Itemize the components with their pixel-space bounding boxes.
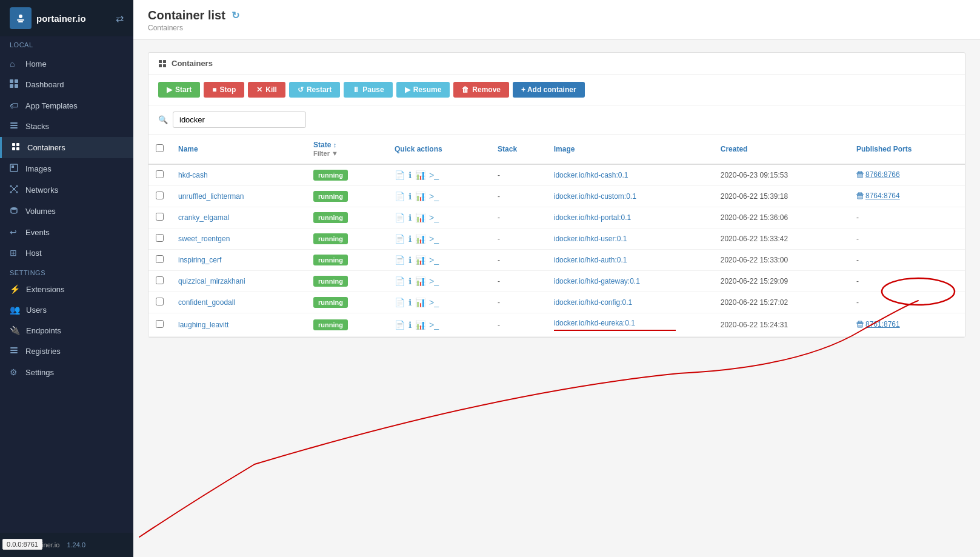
row-checkbox[interactable] <box>156 320 164 328</box>
port-link[interactable]: 8766:8766 <box>856 170 900 179</box>
image-link[interactable]: idocker.io/hkd-user:0.1 <box>554 235 627 243</box>
row-checkbox-cell[interactable] <box>148 250 171 271</box>
console-icon[interactable]: >_ <box>429 276 439 286</box>
console-icon[interactable]: >_ <box>429 192 439 201</box>
sidebar-item-dashboard[interactable]: Dashboard <box>0 74 133 95</box>
sidebar-item-extensions[interactable]: ⚡ Extensions <box>0 279 133 299</box>
logs-icon[interactable]: 📄 <box>395 170 405 180</box>
row-checkbox-cell[interactable] <box>148 313 171 337</box>
container-name-link[interactable]: cranky_elgamal <box>178 213 229 222</box>
logs-icon[interactable]: 📄 <box>395 192 405 201</box>
stats-icon[interactable]: 📊 <box>415 170 425 180</box>
state-column-header[interactable]: State ↕ Filter ▼ <box>306 135 387 164</box>
row-checkbox[interactable] <box>156 170 164 178</box>
add-container-button[interactable]: + Add container <box>513 82 585 98</box>
sidebar-item-users[interactable]: 👥 Users <box>0 299 133 320</box>
row-checkbox-cell[interactable] <box>148 164 171 186</box>
refresh-icon[interactable]: ↻ <box>232 10 239 21</box>
row-checkbox[interactable] <box>156 298 164 305</box>
pause-button[interactable]: ⏸ Pause <box>344 82 392 98</box>
sidebar-item-events[interactable]: ↩ Events <box>0 222 133 242</box>
search-input[interactable] <box>173 112 306 128</box>
sidebar-item-endpoints[interactable]: 🔌 Endpoints <box>0 320 133 341</box>
image-link[interactable]: idocker.io/hkd-auth:0.1 <box>554 256 627 264</box>
remove-button[interactable]: 🗑 Remove <box>453 82 509 98</box>
image-link[interactable]: idocker.io/hkd-portal:0.1 <box>554 213 631 222</box>
container-name-link[interactable]: inspiring_cerf <box>178 256 221 264</box>
row-checkbox[interactable] <box>156 213 164 221</box>
console-icon[interactable]: >_ <box>429 320 439 330</box>
sidebar-item-host[interactable]: ⊞ Host <box>0 242 133 263</box>
transfer-icon[interactable]: ⇄ <box>116 13 124 24</box>
container-name-link[interactable]: confident_goodall <box>178 298 235 307</box>
logs-icon[interactable]: 📄 <box>395 276 405 286</box>
inspect-icon[interactable]: ℹ <box>408 170 412 180</box>
row-checkbox-cell[interactable] <box>148 292 171 313</box>
row-checkbox[interactable] <box>156 255 164 263</box>
logs-icon[interactable]: 📄 <box>395 320 405 330</box>
sidebar-item-registries[interactable]: Registries <box>0 341 133 362</box>
row-checkbox[interactable] <box>156 276 164 284</box>
inspect-icon[interactable]: ℹ <box>408 276 412 286</box>
image-link[interactable]: idocker.io/hkd-gateway:0.1 <box>554 277 640 285</box>
console-icon[interactable]: >_ <box>429 170 439 180</box>
stats-icon[interactable]: 📊 <box>415 213 425 222</box>
stats-icon[interactable]: 📊 <box>415 298 425 307</box>
inspect-icon[interactable]: ℹ <box>408 255 412 265</box>
console-icon[interactable]: >_ <box>429 255 439 265</box>
row-checkbox-cell[interactable] <box>148 228 171 250</box>
row-checkbox-cell[interactable] <box>148 271 171 292</box>
select-all-header[interactable] <box>148 135 171 164</box>
image-link[interactable]: idocker.io/hkd-eureka:0.1 <box>554 319 635 327</box>
inspect-icon[interactable]: ℹ <box>408 213 412 222</box>
container-name-link[interactable]: unruffled_lichterman <box>178 192 244 201</box>
stats-icon[interactable]: 📊 <box>415 192 425 201</box>
sidebar-item-home[interactable]: ⌂ Home <box>0 53 133 74</box>
stats-icon[interactable]: 📊 <box>415 276 425 286</box>
inspect-icon[interactable]: ℹ <box>408 234 412 244</box>
start-button[interactable]: ▶ Start <box>158 82 200 98</box>
row-checkbox-cell[interactable] <box>148 207 171 228</box>
sidebar-item-networks[interactable]: Networks <box>0 179 133 201</box>
logs-icon[interactable]: 📄 <box>395 234 405 244</box>
row-checkbox[interactable] <box>156 234 164 242</box>
sidebar-item-volumes[interactable]: Volumes <box>0 201 133 222</box>
stats-icon[interactable]: 📊 <box>415 320 425 330</box>
sidebar-item-settings[interactable]: ⚙ Settings <box>0 362 133 382</box>
select-all-checkbox[interactable] <box>156 144 164 152</box>
restart-button[interactable]: ↺ Restart <box>289 82 340 98</box>
stats-icon[interactable]: 📊 <box>415 234 425 244</box>
kill-button[interactable]: ✕ Kill <box>248 82 285 98</box>
container-name-link[interactable]: sweet_roentgen <box>178 235 230 243</box>
port-link[interactable]: 8764:8764 <box>856 192 900 200</box>
stop-button[interactable]: ■ Stop <box>204 82 244 98</box>
logs-icon[interactable]: 📄 <box>395 255 405 265</box>
console-icon[interactable]: >_ <box>429 234 439 244</box>
row-checkbox[interactable] <box>156 192 164 199</box>
sidebar-item-containers[interactable]: Containers <box>0 137 133 158</box>
image-link[interactable]: idocker.io/hkd-cash:0.1 <box>554 171 628 179</box>
sidebar-item-images[interactable]: Images <box>0 158 133 179</box>
console-icon[interactable]: >_ <box>429 213 439 222</box>
sidebar-item-stacks[interactable]: Stacks <box>0 116 133 137</box>
inspect-icon[interactable]: ℹ <box>408 298 412 307</box>
sidebar-item-app-templates[interactable]: 🏷 App Templates <box>0 95 133 116</box>
port-link[interactable]: 8761:8761 <box>856 320 900 329</box>
logs-icon[interactable]: 📄 <box>395 298 405 307</box>
container-name-link[interactable]: hkd-cash <box>178 171 208 179</box>
state-sort-icon[interactable]: ↕ <box>333 141 337 148</box>
console-icon[interactable]: >_ <box>429 298 439 307</box>
image-link[interactable]: idocker.io/hkd-config:0.1 <box>554 298 632 307</box>
stats-icon[interactable]: 📊 <box>415 255 425 265</box>
row-checkbox-cell[interactable] <box>148 186 171 207</box>
container-name-link[interactable]: laughing_leavitt <box>178 321 228 329</box>
container-name-link[interactable]: quizzical_mirzakhani <box>178 277 245 285</box>
image-link[interactable]: idocker.io/hkd-custom:0.1 <box>554 192 636 201</box>
inspect-icon[interactable]: ℹ <box>408 192 412 201</box>
logo-icon <box>10 7 32 29</box>
logs-icon[interactable]: 📄 <box>395 213 405 222</box>
inspect-icon[interactable]: ℹ <box>408 320 412 330</box>
resume-button[interactable]: ▶ Resume <box>396 82 450 98</box>
image-cell: idocker.io/hkd-portal:0.1 <box>547 207 713 228</box>
filter-icon[interactable]: Filter ▼ <box>313 150 338 157</box>
